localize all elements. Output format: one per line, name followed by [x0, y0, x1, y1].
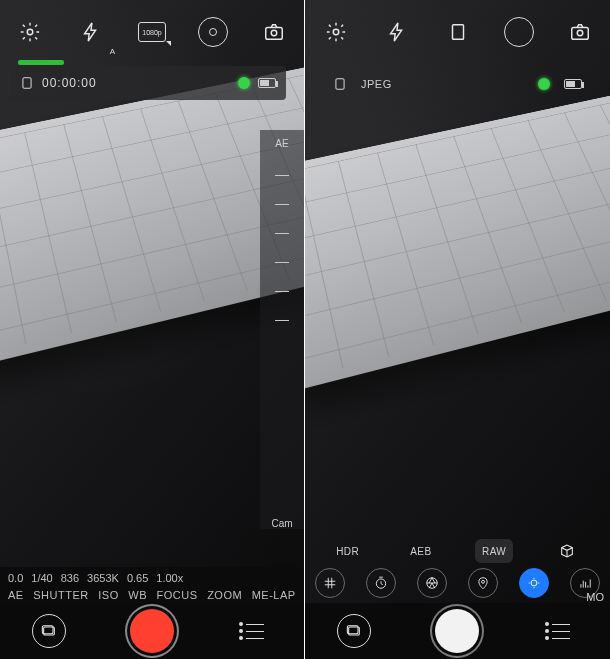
side-rail-caption: Cam	[271, 518, 292, 529]
scale-tick	[275, 291, 289, 292]
wb-button[interactable]	[519, 568, 549, 598]
left-top-bar: A 1080p	[0, 0, 304, 64]
svg-point-9	[577, 30, 583, 36]
pin-icon	[476, 576, 490, 590]
timer-button[interactable]	[366, 568, 396, 598]
storage-icon	[20, 76, 34, 90]
menu-icon	[552, 624, 570, 625]
tool-row	[305, 563, 610, 603]
gallery-button[interactable]	[337, 614, 371, 648]
camera-switch-icon	[569, 21, 591, 43]
scale-tick	[275, 233, 289, 234]
right-pane: JPEG HDR AEB RAW MO	[304, 0, 610, 659]
capture-ring-button[interactable]	[497, 10, 541, 54]
side-rail-label: AE	[275, 138, 288, 149]
timer-icon	[374, 576, 388, 590]
flash-button[interactable]	[375, 10, 419, 54]
circle-icon	[504, 17, 534, 47]
aperture-button[interactable]	[417, 568, 447, 598]
right-top-bar	[305, 0, 610, 64]
timecode-label: 00:00:00	[42, 76, 97, 90]
status-dot-icon	[538, 78, 550, 90]
capture-button[interactable]	[435, 609, 479, 653]
svg-point-14	[531, 580, 537, 586]
scale-tick	[275, 262, 289, 263]
switch-camera-button[interactable]	[252, 10, 296, 54]
aspect-button[interactable]	[436, 10, 480, 54]
scale-tick	[275, 175, 289, 176]
gallery-icon	[41, 623, 57, 639]
battery-icon	[564, 79, 582, 89]
svg-point-6	[333, 29, 339, 35]
grid-icon	[323, 576, 337, 590]
gain-value: 0.65	[127, 571, 148, 586]
gallery-icon	[346, 623, 362, 639]
hdr-chip[interactable]: HDR	[329, 539, 367, 563]
flash-button[interactable]: A	[69, 10, 113, 54]
right-sub-strip: JPEG	[305, 70, 610, 98]
aperture-icon	[425, 576, 439, 590]
capture-ring-button[interactable]	[191, 10, 235, 54]
record-button[interactable]	[130, 609, 174, 653]
format-label: JPEG	[361, 78, 392, 90]
mode-cut-label[interactable]: MO	[586, 591, 604, 603]
raw-chip[interactable]: RAW	[475, 539, 513, 563]
grid-button[interactable]	[315, 568, 345, 598]
left-pane: A 1080p 00:00:00 AE Cam 0.0 1/40	[0, 0, 304, 659]
settings-button[interactable]	[8, 10, 52, 54]
svg-point-13	[481, 580, 484, 583]
scale-tick	[275, 320, 289, 321]
mode-iso[interactable]: ISO	[98, 589, 118, 601]
svg-point-0	[28, 29, 34, 35]
iso-value: 836	[61, 571, 79, 586]
mode-focus[interactable]: FOCUS	[157, 589, 198, 601]
svg-rect-3	[23, 78, 31, 89]
menu-button[interactable]	[544, 614, 578, 648]
control-row: HDR AEB RAW	[305, 539, 610, 563]
scale-tick	[275, 204, 289, 205]
settings-button[interactable]	[314, 10, 358, 54]
info-strip: 0.0 1/40 836 3653K 0.65 1.00x AE SHUTTER…	[0, 567, 304, 605]
flash-auto-label: A	[110, 47, 115, 56]
mode-melapse[interactable]: ME-LAPSE	[252, 589, 296, 601]
zoom-value: 1.00x	[156, 571, 183, 586]
flash-icon	[386, 21, 408, 43]
histogram-icon	[578, 576, 592, 590]
switch-camera-button[interactable]	[558, 10, 602, 54]
mode-shutter[interactable]: SHUTTER	[33, 589, 88, 601]
flash-auto-icon	[80, 21, 102, 43]
location-button[interactable]	[468, 568, 498, 598]
ev-value: 0.0	[8, 571, 23, 586]
svg-rect-1	[265, 27, 282, 39]
recorder-strip: 00:00:00	[10, 66, 286, 100]
gear-icon	[325, 21, 347, 43]
side-rail[interactable]: AE Cam	[260, 130, 304, 529]
whitebalance-icon	[527, 576, 541, 590]
storage-icon	[333, 77, 347, 91]
shutter-value: 1/40	[31, 571, 52, 586]
mode-zoom[interactable]: ZOOM	[207, 589, 242, 601]
svg-rect-10	[336, 79, 344, 90]
mode-scroller[interactable]: AE SHUTTER ISO WB FOCUS ZOOM ME-LAPSE VI…	[8, 588, 296, 603]
right-bottom-bar	[305, 603, 610, 659]
gallery-button[interactable]	[32, 614, 66, 648]
menu-button[interactable]	[238, 614, 272, 648]
aeb-chip[interactable]: AEB	[402, 539, 440, 563]
circle-icon	[198, 17, 228, 47]
svg-point-2	[271, 30, 277, 36]
svg-rect-7	[452, 25, 463, 40]
battery-icon	[258, 78, 276, 88]
keyboard-subject	[0, 66, 304, 368]
left-bottom-bar	[0, 603, 304, 659]
gear-icon	[19, 21, 41, 43]
mode-ae[interactable]: AE	[8, 589, 24, 601]
kelvin-value: 3653K	[87, 571, 119, 586]
resolution-button[interactable]: 1080p	[130, 10, 174, 54]
cube-chip[interactable]	[548, 539, 586, 563]
camera-switch-icon	[263, 21, 285, 43]
rectangle-icon	[447, 21, 469, 43]
keyboard-subject	[304, 93, 610, 393]
cube-icon	[559, 543, 575, 559]
status-dot-icon	[238, 77, 250, 89]
mode-wb[interactable]: WB	[128, 589, 147, 601]
